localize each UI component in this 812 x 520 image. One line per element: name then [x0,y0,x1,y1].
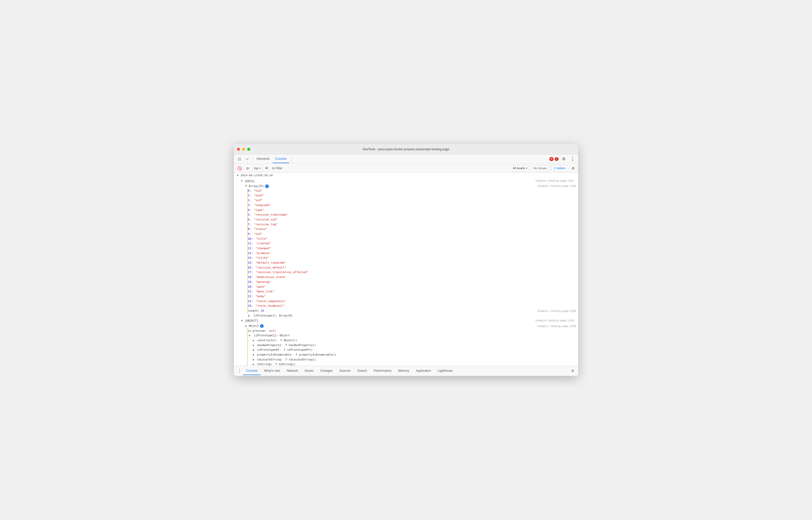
constructor-tri[interactable] [252,338,256,342]
array-item-2[interactable]: 2: "vid" [248,198,578,203]
object-triangle[interactable] [240,319,244,323]
top-toolbar: ⊡ ▱ Elements Console ✕ 2 ⚙ ⋮ [234,154,578,164]
tab-application[interactable]: Application [413,367,434,375]
tab-elements[interactable]: Elements [254,155,272,163]
device-toolbar-btn[interactable]: ▱ [244,155,251,163]
array-item-14[interactable]: 14: "sticky" [248,256,578,261]
array-label: Array(25) [249,184,264,188]
array-item-22[interactable]: 22: "body" [248,294,578,299]
array-item-7[interactable]: 7: "revision_log" [248,222,578,227]
clear-console-btn[interactable]: 🚫 [236,165,243,172]
stop-btn[interactable]: ⊘ [244,165,251,172]
array-item-9[interactable]: 9: "uid" [248,232,578,237]
is-prototype-row[interactable]: isPrototypeOf: f isPrototypeOf() [252,347,578,353]
tab-lighthouse[interactable]: Lighthouse [435,367,456,375]
array-item-16[interactable]: 16: "revision_default" [248,265,578,270]
array-item-10[interactable]: 10: "title" [248,237,578,241]
info-badge[interactable]: i [265,184,269,188]
prototype-obj-header[interactable]: [[Prototype]]: Object [248,333,578,338]
array-item-1[interactable]: 1: "uuid" [248,193,578,198]
obj-triangle[interactable] [244,324,248,328]
constructor-row[interactable]: constructor: f Object() [252,338,578,343]
is-proto-label: isPrototypeOf: [257,348,281,352]
hidden-badge[interactable]: 2 hidden [551,165,568,172]
array-item-24[interactable]: 24: "field_thumbnail" [248,304,578,309]
tab-memory-label: Memory [398,369,409,372]
array-item-8[interactable]: 8: "status" [248,227,578,232]
prop-is-enum-row[interactable]: propertyIsEnumerable: f propertyIsEnumer… [252,353,578,357]
close-devtools-btn[interactable]: ✕ [569,367,576,374]
more-tabs-btn[interactable]: ⋮ [236,367,243,374]
array-item-5[interactable]: 5: "revision_timestamp" [248,212,578,217]
levels-selector[interactable]: All levels ▾ [511,165,529,172]
filter-btn[interactable]: ⧉ Filter [271,165,284,172]
keys-triangle[interactable] [240,179,244,183]
array-item-21[interactable]: 21: "menu_link" [248,289,578,294]
prototype-array-row[interactable]: [[Prototype]]: Array(0) [234,313,578,318]
proto-obj-triangle[interactable] [248,333,251,338]
is-proto-tri[interactable] [252,347,256,352]
tab-console-label: Console [246,369,258,372]
error-indicator[interactable]: ✕ 2 [549,157,559,161]
obj-info-badge[interactable]: i [260,324,264,328]
array-triangle[interactable] [244,184,248,188]
inspect-icon-btn[interactable]: ⊡ [236,155,243,163]
tab-issues[interactable]: Issues [302,367,317,375]
timestamp-row[interactable]: 2024-09-13T08:55:20 [234,173,578,179]
error-x: ✕ [550,157,552,160]
keys-section: [KEYS] example-landing-page:1294 Array(2… [234,179,578,318]
object-row[interactable]: Object i example-landing-page:1299 [234,324,578,329]
has-own-row[interactable]: hasOwnProperty: f hasOwnProperty() [252,343,578,348]
separator-1 [252,156,253,162]
proto-array-triangle[interactable] [247,313,251,318]
tab-memory[interactable]: Memory [395,367,412,375]
prop-enum-label: propertyIsEnumerable: [257,353,293,356]
object-section-header[interactable]: [OBJECT] example-landing-page:1298 [234,318,578,324]
tab-search[interactable]: Search [354,367,370,375]
array-item-12[interactable]: 12: "changed" [248,246,578,251]
more-options-btn[interactable]: ⋮ [569,155,576,163]
tab-issues-label: Issues [305,369,314,372]
minimize-button[interactable] [242,148,245,151]
settings-btn[interactable]: ⚙ [560,155,567,163]
array-item-19[interactable]: 19: "metatag" [248,280,578,285]
to-locale-tri[interactable] [252,357,256,362]
to-string-row[interactable]: toString: f toString() [252,362,578,366]
to-locale-row[interactable]: toLocaleString: f toLocaleString() [252,357,578,362]
close-button[interactable] [237,148,240,151]
top-selector[interactable]: top ▾ [252,165,263,172]
console-settings-icon[interactable]: ⚙ [570,165,576,172]
eye-btn[interactable]: 👁 [264,165,270,172]
array-item-4[interactable]: 4: "type" [248,208,578,213]
array-item-23[interactable]: 23: "field_components" [248,299,578,304]
array-item-15[interactable]: 15: "default_langcode" [248,261,578,265]
array-item-18[interactable]: 18: "moderation_state" [248,275,578,280]
array-item-6[interactable]: 6: "revision_uid" [248,217,578,222]
to-str-label: toString: [257,363,273,366]
array-item-0[interactable]: 0: "nid" [248,188,578,193]
keys-header[interactable]: [KEYS] example-landing-page:1294 [234,179,578,184]
tab-changes[interactable]: Changes [317,367,336,375]
array-item-17[interactable]: 17: "revision_translation_affected" [248,270,578,275]
array-item-3[interactable]: 3: "langcode" [248,203,578,208]
proto-methods: constructor: f Object() hasOwnProperty: … [252,338,578,366]
prop-enum-tri[interactable] [252,353,256,357]
has-own-tri[interactable] [252,343,256,347]
to-locale-label: toLocaleString: [257,358,283,361]
in-preview-value: null [269,329,276,333]
tab-console[interactable]: Console [273,155,289,163]
maximize-button[interactable] [247,148,250,151]
top-label: top [254,166,259,170]
tab-network[interactable]: Network [284,367,301,375]
tab-performance[interactable]: Performance [371,367,395,375]
array-item-13[interactable]: 13: "promote" [248,251,578,256]
array-item-11[interactable]: 11: "created" [248,241,578,246]
array-row[interactable]: Array(25) i example-landing-page:1295 [234,184,578,188]
array-item-20[interactable]: 20: "path" [248,285,578,290]
to-str-tri[interactable] [252,362,256,366]
timestamp-triangle[interactable] [236,174,239,178]
object-props: in_preview: null [[Prototype]]: Object c… [247,329,578,366]
tab-sources[interactable]: Sources [336,367,353,375]
tab-console-bottom[interactable]: Console [243,367,261,375]
tab-whats-new[interactable]: What's new [261,367,283,375]
